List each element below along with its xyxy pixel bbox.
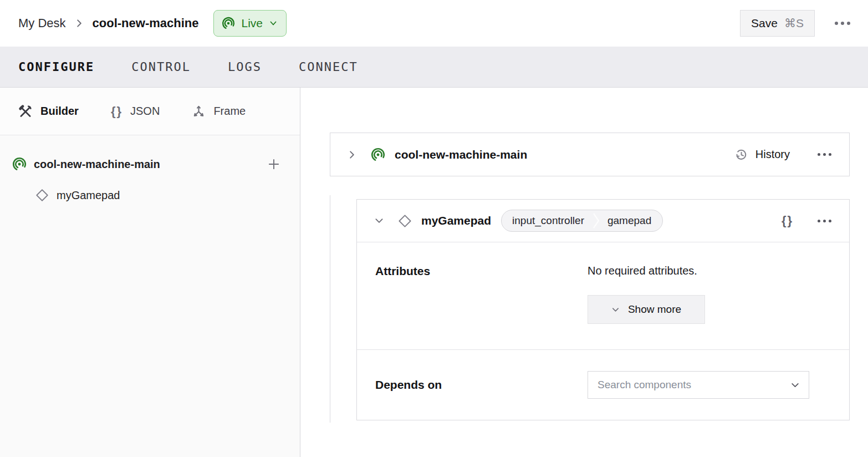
tools-icon: [18, 104, 33, 119]
show-more-button[interactable]: Show more: [588, 295, 705, 324]
depends-on-section: Depends on: [357, 350, 849, 420]
component-json-toggle-button[interactable]: {}: [782, 214, 793, 228]
ellipsis-icon: [818, 153, 820, 156]
view-tab-builder-label: Builder: [40, 105, 79, 118]
view-mode-tabs: Builder {} JSON Frame: [0, 88, 300, 135]
show-more-label: Show more: [628, 303, 681, 316]
machine-name: cool-new-machine: [93, 16, 199, 31]
expand-chevron-right-icon[interactable]: [347, 150, 357, 160]
tree-item-label: myGamepad: [57, 189, 120, 202]
header-actions: Save ⌘S: [740, 10, 854, 37]
ellipsis-icon: [818, 220, 820, 222]
machine-config-page: My Desk cool-new-machine Live: [0, 0, 868, 457]
tab-connect[interactable]: CONNECT: [299, 60, 358, 74]
save-button[interactable]: Save ⌘S: [740, 10, 815, 37]
depends-on-heading: Depends on: [375, 378, 588, 392]
component-type: input_controller: [502, 215, 593, 227]
header-overflow-menu-button[interactable]: [831, 18, 854, 28]
config-main-panel: cool-new-machine-main History: [300, 88, 868, 457]
chevron-right-icon: [74, 18, 84, 28]
tree-item-main-part[interactable]: cool-new-machine-main: [0, 149, 300, 180]
component-model: gamepad: [600, 215, 662, 227]
live-status-dropdown[interactable]: Live: [213, 10, 287, 37]
broadcast-icon: [371, 148, 385, 162]
braces-icon: {}: [111, 104, 122, 119]
primary-tab-bar: CONFIGURE CONTROL LOGS CONNECT: [0, 47, 868, 88]
history-label: History: [755, 148, 790, 161]
search-components-input[interactable]: [598, 379, 790, 391]
diamond-icon: [397, 214, 412, 228]
broadcast-icon: [12, 157, 27, 171]
component-type-badge: input_controller gamepad: [501, 210, 663, 232]
tab-logs[interactable]: LOGS: [228, 60, 262, 74]
plus-icon: [267, 157, 281, 171]
save-label: Save: [751, 17, 778, 30]
save-shortcut-hint: ⌘S: [784, 17, 804, 30]
history-button[interactable]: History: [734, 148, 790, 162]
machine-part-tree: cool-new-machine-main myGamepad: [0, 135, 300, 211]
attributes-body: No required attributes. Show more: [588, 265, 705, 349]
component-card-title: myGamepad: [421, 214, 491, 227]
component-card-mygamepad: myGamepad input_controller gamepad {} At…: [356, 199, 850, 420]
breadcrumb: My Desk cool-new-machine Live: [18, 10, 287, 37]
depends-on-select[interactable]: [588, 371, 809, 399]
tree-item-mygamepad[interactable]: myGamepad: [0, 180, 300, 211]
live-status-label: Live: [241, 17, 263, 30]
attributes-section: Attributes No required attributes. Show …: [357, 242, 849, 350]
view-tab-json-label: JSON: [130, 105, 160, 118]
config-sidebar: Builder {} JSON Frame: [0, 88, 300, 457]
tab-control[interactable]: CONTROL: [131, 60, 191, 74]
component-card-header: myGamepad input_controller gamepad {}: [357, 200, 849, 242]
breadcrumb-parent-link[interactable]: My Desk: [18, 16, 66, 31]
attributes-heading: Attributes: [375, 265, 588, 349]
collapse-chevron-down-icon[interactable]: [374, 216, 384, 226]
part-card-overflow-menu-button[interactable]: [814, 150, 835, 159]
part-card-title: cool-new-machine-main: [395, 148, 527, 161]
badge-divider-chevron-icon: [593, 210, 600, 231]
frame-icon: [192, 104, 206, 118]
add-component-button[interactable]: [264, 155, 283, 174]
part-card: cool-new-machine-main History: [330, 133, 850, 176]
tab-configure[interactable]: CONFIGURE: [18, 60, 94, 74]
top-header: My Desk cool-new-machine Live: [0, 0, 868, 47]
diamond-icon: [35, 188, 49, 202]
attributes-empty-text: No required attributes.: [588, 265, 705, 277]
chevron-down-icon: [790, 380, 800, 390]
view-tab-json[interactable]: {} JSON: [111, 104, 160, 119]
chevron-down-icon: [269, 19, 278, 28]
chevron-down-icon: [611, 306, 620, 314]
tree-item-label: cool-new-machine-main: [34, 158, 160, 171]
history-icon: [734, 148, 748, 162]
view-tab-builder[interactable]: Builder: [18, 104, 79, 119]
view-tab-frame-label: Frame: [213, 105, 246, 118]
tree-connector-line: [330, 195, 330, 423]
content-area: Builder {} JSON Frame: [0, 88, 868, 457]
ellipsis-icon: [835, 22, 838, 25]
broadcast-icon: [222, 17, 235, 30]
view-tab-frame[interactable]: Frame: [192, 104, 246, 118]
component-overflow-menu-button[interactable]: [814, 216, 835, 226]
